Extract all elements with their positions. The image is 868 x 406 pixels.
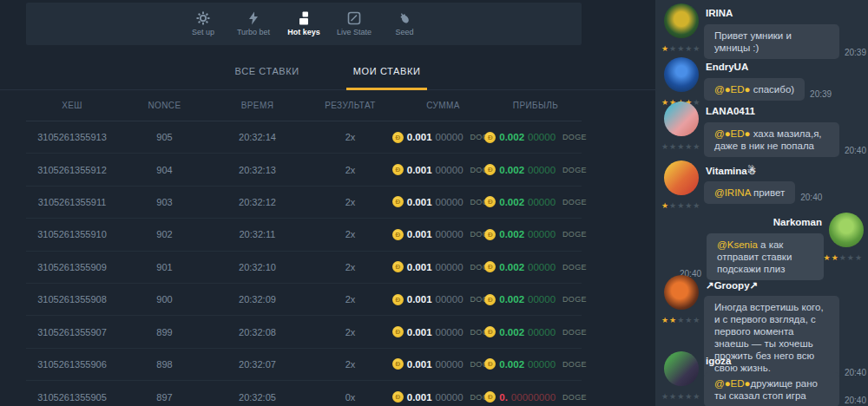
bet-amount: 0.00100000DOGE [397,261,490,272]
mention-link[interactable]: @●ED● [714,128,751,139]
chat-timestamp: 20:40 [845,396,866,405]
chat-username[interactable]: LANA0411 [706,106,755,116]
doge-coin-icon [392,229,404,240]
table-row[interactable]: 3105261355910 902 20:32:11 2x 0.00100000… [26,219,582,251]
toolbar-item-live-state[interactable]: Live State [329,11,379,36]
table-header: ХЕШ NONCE ВРЕМЯ РЕЗУЛЬТАТ СУММА ПРИБЫЛЬ [26,90,582,121]
chat-username[interactable]: ↗Groopy↗ [706,279,758,291]
bet-profit: 0.00200000DOGE [490,196,582,207]
bet-time: 20:32:09 [211,294,304,304]
bet-nonce: 903 [118,197,211,207]
doge-coin-icon [484,196,496,207]
chat-username[interactable]: Narkoman [773,217,822,227]
toolbar-item-hot-keys[interactable]: Hot keys [279,11,329,36]
chat-username[interactable]: Vitamina☃ [706,165,756,177]
col-amount: СУММА [397,101,490,110]
avatar[interactable] [664,351,699,386]
doge-coin-icon [484,294,496,305]
chat-text: спасибо) [751,84,795,95]
avatar[interactable] [664,57,699,92]
doge-coin-icon [392,196,404,207]
mention-link[interactable]: @●ED● [714,84,751,95]
bet-time: 20:32:14 [211,132,304,142]
bet-profit: 0.00200000DOGE [490,229,582,240]
chat-username[interactable]: IRINA [706,8,733,18]
bet-amount: 0.00100000DOGE [397,229,490,240]
chat-username[interactable]: EndryUA [706,62,748,72]
avatar[interactable] [664,160,699,195]
table-row[interactable]: 3105261355911 903 20:32:12 2x 0.00100000… [26,187,582,219]
chat-bubble: Иногда встретишь кого, и с первого взгля… [704,296,839,379]
avatar[interactable] [664,275,699,310]
avatar[interactable] [664,3,699,38]
bet-profit: 0.00200000DOGE [490,294,582,305]
toolbar-item-turbo-bet[interactable]: Turbo bet [228,11,279,36]
doge-coin-icon [484,229,496,240]
currency-label: DOGE [562,263,587,272]
bets-tabs: ВСЕ СТАВКИ МОИ СТАВКИ [0,59,655,90]
currency-label: DOGE [562,393,587,402]
toolbar-label: Live State [337,28,372,36]
doge-coin-icon [392,261,404,272]
bet-time: 20:32:10 [211,262,304,272]
currency-label: DOGE [562,328,587,337]
bet-profit: 0.00200000DOGE [490,164,582,175]
bet-amount: 0.00100000DOGE [397,326,490,337]
currency-label: DOGE [562,198,587,206]
user-rating-stars: ★★★★★ [661,201,700,210]
avatar[interactable] [664,102,699,136]
col-result: РЕЗУЛЬТАТ [304,101,397,110]
tab-my-bets[interactable]: МОИ СТАВКИ [346,59,428,90]
bet-hash: 3105261355912 [26,165,118,175]
user-rating-stars: ★★★★★ [661,44,700,53]
bet-time: 20:32:11 [211,229,304,239]
chat-username[interactable]: igoza [706,356,731,366]
bet-profit: 0.00000000DOGE [490,391,582,403]
tab-all-bets[interactable]: ВСЕ СТАВКИ [228,59,306,90]
bet-result: 2x [304,132,397,142]
table-row[interactable]: 3105261355908 900 20:32:09 2x 0.00100000… [26,284,582,316]
currency-label: DOGE [562,133,587,141]
bet-time: 20:32:12 [211,197,304,207]
mention-link[interactable]: @●ED● [714,378,751,389]
doge-coin-icon [484,164,496,175]
table-row[interactable]: 3105261355905 897 20:32:05 0x 0.00100000… [26,381,582,406]
bet-hash: 3105261355910 [26,229,118,239]
table-row[interactable]: 3105261355912 904 20:32:13 2x 0.00100000… [26,154,582,186]
toolbar-label: Hot keys [287,28,320,36]
avatar[interactable] [829,213,864,247]
table-row[interactable]: 3105261355913 905 20:32:14 2x 0.00100000… [26,121,582,154]
bet-nonce: 899 [118,327,211,337]
mention-link[interactable]: @Ksenia [717,239,758,250]
table-row[interactable]: 3105261355907 899 20:32:08 2x 0.00100000… [26,316,582,348]
bet-result: 2x [304,262,397,272]
chat-timestamp: 20:40 [845,146,866,155]
hotkeys-icon [297,11,311,25]
doge-coin-icon [392,391,404,403]
mention-link[interactable]: @IRINA [714,187,751,198]
bet-amount: 0.00100000DOGE [397,294,490,305]
bet-amount: 0.00100000DOGE [397,391,490,403]
toolbar-item-set-up[interactable]: Set up [178,11,228,36]
chat-text: Привет умники и умницы :) [714,30,792,53]
bet-amount: 0.00100000DOGE [397,164,490,175]
currency-label: DOGE [562,230,587,239]
chat-panel: IRINA ★★★★★ Привет умники и умницы :) 20… [655,0,868,406]
doge-coin-icon [392,132,404,143]
doge-coin-icon [392,358,404,370]
bets-table: ХЕШ NONCE ВРЕМЯ РЕЗУЛЬТАТ СУММА ПРИБЫЛЬ … [0,90,655,406]
bet-time: 20:32:13 [211,165,304,175]
bet-hash: 3105261355907 [26,327,118,337]
toolbar-label: Set up [192,28,214,36]
toolbar-item-seed[interactable]: Seed [379,11,430,36]
table-row[interactable]: 3105261355906 898 20:32:07 2x 0.00100000… [26,349,582,381]
game-toolbar: Set up Turbo bet Hot keys [26,3,582,45]
col-time: ВРЕМЯ [211,101,304,110]
bet-profit: 0.00200000DOGE [490,358,582,370]
table-row[interactable]: 3105261355909 901 20:32:10 2x 0.00100000… [26,252,582,284]
bet-result: 0x [304,392,397,403]
doge-coin-icon [484,391,496,403]
chat-bubble: @Ksenia а как отправит ставки подскажи п… [707,233,824,280]
bet-hash: 3105261355905 [26,392,118,403]
doge-coin-icon [484,358,496,370]
